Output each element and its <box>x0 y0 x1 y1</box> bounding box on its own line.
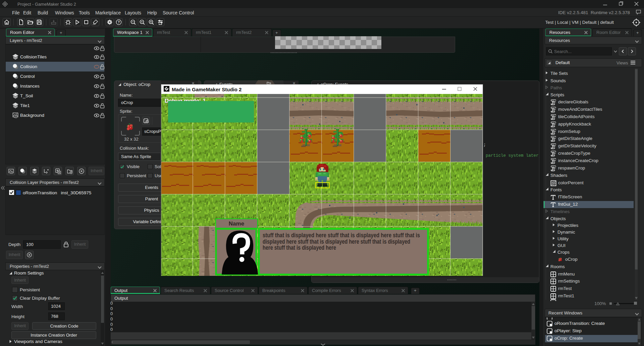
svg-text:here stuff that is displayed h: here stuff that is displayed here <box>263 244 336 251</box>
svg-text:?: ? <box>118 20 120 24</box>
svg-text:displayed here stuff that is d: displayed here stuff that is displayed h… <box>263 238 410 245</box>
svg-text:Name: Name <box>229 220 244 227</box>
svg-text:stuff that is displayed here s: stuff that is displayed here stuff that … <box>263 232 420 239</box>
